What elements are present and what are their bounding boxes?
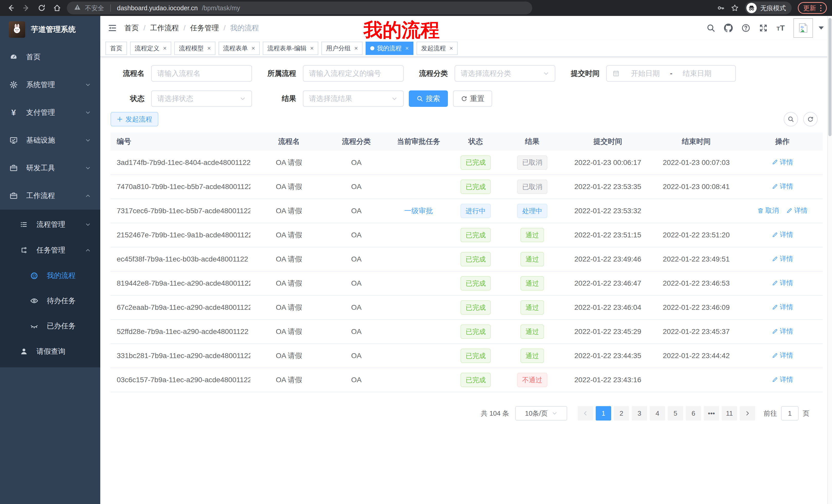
browser-reload-button[interactable] (36, 2, 47, 13)
pagination-prev-button[interactable] (578, 406, 593, 421)
sidebar-collapse-icon[interactable] (108, 24, 117, 32)
status-select[interactable]: 请选择状态 (151, 90, 252, 107)
tab-item[interactable]: 首页 (105, 41, 127, 55)
chevron-down-icon (552, 411, 557, 416)
avatar-caret-icon[interactable] (818, 26, 824, 30)
browser-forward-button[interactable] (21, 2, 32, 13)
breadcrumb-item[interactable]: 任务管理 (190, 23, 219, 33)
sidebar-item-entry[interactable]: 研发工具 (0, 154, 100, 182)
password-key-icon[interactable] (717, 4, 725, 12)
pagination-page-button[interactable]: 1 (596, 406, 611, 421)
sidebar-item-entry[interactable]: 任务管理 (0, 237, 100, 263)
page-size-select[interactable]: 10条/页 (515, 406, 567, 421)
help-icon[interactable] (742, 24, 750, 32)
url-bar[interactable]: 不安全 dashboard.yudao.iocoder.cn/bpm/task/… (67, 2, 532, 15)
tab-item[interactable]: 发起流程× (417, 41, 458, 55)
tab-item[interactable]: 流程定义× (130, 41, 171, 55)
cell-end-time (650, 199, 742, 223)
table-search-toggle-button[interactable] (784, 112, 798, 127)
tab-item[interactable]: 流程表单-编辑× (263, 41, 318, 55)
table-row: 3ad174fb-7b9d-11ec-8404-acde48001122OA 请… (110, 150, 823, 175)
close-icon[interactable]: × (405, 45, 409, 52)
pagination-page-button[interactable]: 3 (632, 406, 647, 421)
tab-item[interactable]: 流程表单× (218, 41, 260, 55)
detail-button[interactable]: 详情 (772, 230, 793, 239)
browser-home-button[interactable] (51, 2, 63, 13)
detail-button[interactable]: 详情 (772, 278, 793, 287)
fullscreen-icon[interactable] (759, 24, 768, 32)
page-scrollbar[interactable] (827, 16, 832, 504)
close-icon[interactable]: × (252, 45, 255, 52)
avatar[interactable] (794, 18, 813, 38)
browser-menu-icon[interactable] (820, 5, 822, 11)
sidebar-item-entry[interactable]: 基础设施 (0, 127, 100, 154)
search-button[interactable]: 搜索 (409, 90, 448, 107)
sidebar-item-entry[interactable]: 请假查询 (0, 339, 100, 364)
tab-active[interactable]: 我的流程× (366, 41, 413, 55)
sidebar-item-entry[interactable]: 待办任务 (0, 288, 100, 313)
detail-button[interactable]: 详情 (772, 254, 793, 263)
sidebar-item-entry[interactable]: 工作流程 (0, 182, 100, 209)
browser-back-button[interactable] (5, 2, 17, 13)
bookmark-star-icon[interactable] (731, 4, 739, 12)
process-name-input[interactable] (151, 65, 252, 82)
cell-process-id: 2152467e-7b9b-11ec-9a1b-acde48001122 (110, 223, 251, 247)
scrollbar-thumb[interactable] (828, 18, 831, 136)
sidebar-item-entry[interactable]: 已办任务 (0, 313, 100, 339)
status-badge: 处理中 (517, 204, 547, 218)
pagination-total: 共 104 条 (481, 409, 509, 418)
detail-button[interactable]: 详情 (772, 182, 793, 191)
cell-actions: 取消详情 (742, 199, 823, 223)
detail-button[interactable]: 详情 (772, 327, 793, 336)
pagination-next-button[interactable] (740, 406, 755, 421)
detail-button[interactable]: 详情 (772, 158, 793, 167)
create-process-button[interactable]: 发起流程 (110, 112, 158, 127)
close-icon[interactable]: × (163, 45, 166, 52)
pagination-page-button[interactable]: 6 (686, 406, 701, 421)
sidebar-item-active[interactable]: 我的流程 (0, 263, 100, 288)
browser-update-button[interactable]: 更新 (798, 2, 827, 14)
cell-category: OA (328, 199, 385, 223)
detail-button[interactable]: 详情 (772, 303, 793, 312)
status-badge: 已完成 (461, 348, 491, 363)
process-definition-input[interactable] (303, 65, 404, 82)
topbar: 首页/工作流程/任务管理/我的流程 TT (100, 16, 832, 40)
cell-end-time: 2022-01-22 23:49:51 (650, 247, 742, 271)
pagination-page-button[interactable]: 2 (614, 406, 629, 421)
close-icon[interactable]: × (354, 45, 358, 52)
breadcrumb-item[interactable]: 工作流程 (150, 23, 179, 33)
sidebar-item-entry[interactable]: 流程管理 (0, 212, 100, 237)
cancel-button[interactable]: 取消 (757, 206, 779, 215)
close-icon[interactable]: × (207, 45, 211, 52)
pagination-page-button[interactable]: 5 (668, 406, 683, 421)
sidebar-item-entry[interactable]: 首页 (0, 43, 100, 71)
font-size-icon[interactable]: TT (777, 24, 785, 32)
cell-process-id: 3ad174fb-7b9d-11ec-8404-acde48001122 (110, 150, 251, 175)
cell-status: 已完成 (452, 150, 499, 175)
detail-button[interactable]: 详情 (772, 351, 793, 360)
pagination-goto-input[interactable] (781, 406, 799, 421)
close-icon[interactable]: × (449, 45, 453, 52)
github-icon[interactable] (724, 24, 733, 32)
sidebar-item-entry[interactable]: 系统管理 (0, 71, 100, 99)
table-refresh-button[interactable] (803, 112, 817, 127)
category-select[interactable]: 请选择流程分类 (454, 65, 555, 82)
current-task-link[interactable]: 一级审批 (404, 207, 433, 215)
column-header: 状态 (452, 133, 499, 150)
result-select[interactable]: 请选择流结果 (303, 90, 404, 107)
tab-item[interactable]: 用户分组× (321, 41, 363, 55)
detail-button[interactable]: 详情 (786, 206, 808, 215)
close-icon[interactable]: × (310, 45, 314, 52)
reset-button[interactable]: 重置 (453, 90, 492, 107)
header-search-icon[interactable] (706, 24, 715, 32)
sidebar-item-entry[interactable]: ¥支付管理 (0, 99, 100, 127)
pagination-page-button[interactable]: 11 (722, 406, 737, 421)
breadcrumb-item[interactable]: 首页 (125, 23, 139, 33)
detail-button[interactable]: 详情 (772, 375, 793, 384)
security-warning-icon (74, 4, 81, 12)
tab-item[interactable]: 流程模型× (174, 41, 215, 55)
pagination-page-button[interactable]: 4 (650, 406, 665, 421)
submit-time-range-picker[interactable]: 开始日期 - 结束日期 (606, 65, 736, 82)
cell-submit-time: 2022-01-22 23:46:47 (565, 271, 650, 296)
cell-process-name: OA 请假 (251, 344, 328, 368)
